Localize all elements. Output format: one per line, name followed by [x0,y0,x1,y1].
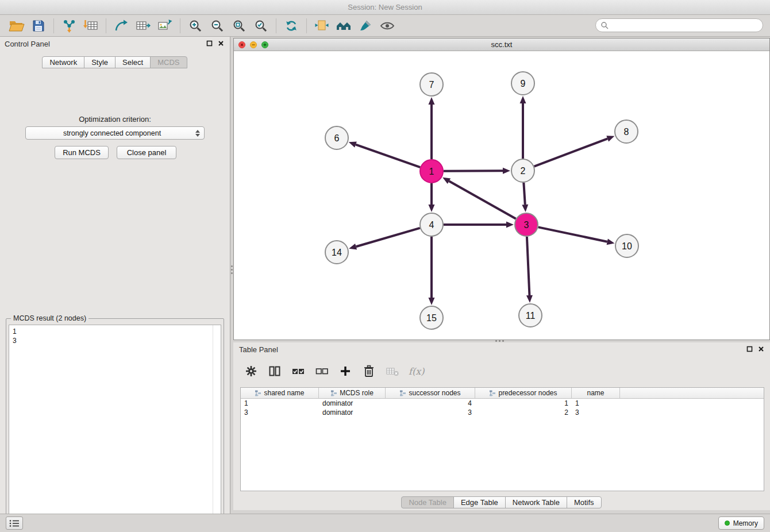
network-window-titlebar[interactable]: scc.txt [234,38,769,51]
table-row[interactable]: 3 dominator 3 2 3 [241,408,764,417]
tab-edge-table[interactable]: Edge Table [453,496,506,508]
apply-style-button[interactable] [355,17,376,34]
save-session-button[interactable] [28,17,49,34]
control-panel-title: Control Panel [5,40,50,48]
minimize-window-button[interactable] [250,41,257,48]
float-panel-icon[interactable] [746,346,753,352]
delete-column-button[interactable] [361,364,376,379]
graph-edge-1-6[interactable] [356,145,420,167]
show-columns-button[interactable] [267,364,282,379]
zoom-in-icon [188,19,202,33]
image-export-icon [157,19,172,33]
horizontal-splitter-grip[interactable] [495,340,497,342]
column-type-icon [255,390,261,396]
search-box[interactable] [595,18,763,32]
criterion-dropdown[interactable]: strongly connected component [25,126,205,140]
table-settings-button[interactable] [244,364,259,379]
refresh-button[interactable] [280,17,302,34]
network-window-title: scc.txt [491,40,513,49]
export-image-button[interactable] [154,17,176,34]
cell-mcds-role[interactable]: dominator [319,399,386,408]
open-session-button[interactable] [6,17,28,34]
graph-edge-4-14[interactable] [356,228,420,246]
graph-edge-arrowhead [429,205,435,212]
delete-table-button[interactable] [385,364,400,379]
fx-icon: f(x) [409,366,424,377]
tab-motifs[interactable]: Motifs [567,496,602,508]
tab-mcds[interactable]: MCDS [150,56,187,68]
main-toolbar [0,15,770,37]
import-table-button[interactable] [80,17,102,34]
function-builder-button[interactable]: f(x) [409,364,424,379]
zoom-selected-button[interactable] [250,17,272,34]
window-titlebar: Session: New Session [0,0,770,15]
column-header-name[interactable]: name [572,388,620,398]
vertical-splitter-grip[interactable] [231,265,233,267]
tab-select[interactable]: Select [115,56,151,68]
cell-predecessor-nodes[interactable]: 1 [475,399,572,408]
cell-shared-name[interactable]: 3 [241,408,319,417]
graph-edge-3-1[interactable] [449,181,515,219]
toolbar-separator [180,18,180,33]
cell-shared-name[interactable]: 1 [241,399,319,408]
zoom-out-button[interactable] [206,17,228,34]
criterion-value: strongly connected component [30,129,194,137]
network-canvas[interactable]: 7968124314101511 [234,51,769,340]
column-header-mcds-role[interactable]: MCDS role [319,388,386,398]
close-panel-button[interactable]: Close panel [117,146,176,159]
graph-edge-3-11[interactable] [527,237,530,295]
node-table: shared name MCDS role successor nodes pr… [240,387,764,491]
column-header-predecessor-nodes[interactable]: predecessor nodes [475,388,572,398]
tab-node-table[interactable]: Node Table [401,496,454,508]
network-graph[interactable]: 7968124314101511 [234,51,769,340]
task-history-button[interactable] [6,516,23,530]
table-row[interactable]: 1 dominator 4 1 1 [241,399,764,408]
refresh-icon [284,19,298,33]
delete-table-icon [386,366,399,376]
column-header-shared-name[interactable]: shared name [241,388,319,398]
column-type-icon [489,390,496,396]
scrollbar-track [213,325,213,532]
cell-name[interactable]: 3 [572,408,620,417]
graph-edge-3-10[interactable] [538,227,607,241]
show-graphics-details-button[interactable] [376,17,398,34]
graph-edge-arrowhead [607,238,615,245]
create-column-button[interactable] [338,364,353,379]
zoom-fit-button[interactable] [228,17,250,34]
zoom-in-button[interactable] [184,17,206,34]
zoom-out-icon [210,19,224,33]
cell-mcds-role[interactable]: dominator [319,408,386,417]
graph-node-label-14: 14 [332,248,342,257]
first-neighbors-button[interactable] [311,17,333,34]
cell-successor-nodes[interactable]: 4 [386,399,475,408]
search-input[interactable] [611,21,758,29]
window-title: Session: New Session [348,3,422,11]
deselect-all-columns-button[interactable] [314,364,329,379]
tab-style[interactable]: Style [84,56,116,68]
close-panel-icon[interactable] [758,346,764,352]
graph-node-label-6: 6 [334,133,340,143]
graph-edge-1-2[interactable] [444,171,503,171]
memory-button[interactable]: Memory [718,516,764,530]
run-mcds-button[interactable]: Run MCDS [55,146,109,159]
cell-predecessor-nodes[interactable]: 2 [475,408,572,417]
cell-name[interactable]: 1 [572,399,620,408]
select-all-columns-button[interactable] [291,364,306,379]
tab-network[interactable]: Network [42,56,84,68]
mcds-result-list[interactable]: 1 3 [9,325,221,532]
column-header-successor-nodes[interactable]: successor nodes [386,388,475,398]
maximize-window-button[interactable] [261,41,268,48]
float-panel-icon[interactable] [206,40,213,47]
tab-network-table[interactable]: Network Table [505,496,567,508]
export-network-button[interactable] [110,17,132,34]
table-panel-header: Table Panel [233,342,770,356]
export-table-button[interactable] [132,17,154,34]
close-panel-icon[interactable] [218,40,224,47]
home-view-button[interactable] [333,17,355,34]
cell-successor-nodes[interactable]: 3 [386,408,475,417]
close-window-button[interactable] [238,41,245,48]
table-panel: Table Panel f(x) [233,342,770,510]
import-network-button[interactable] [58,17,80,34]
graph-edge-2-3[interactable] [523,183,525,205]
graph-edge-2-8[interactable] [534,138,608,166]
